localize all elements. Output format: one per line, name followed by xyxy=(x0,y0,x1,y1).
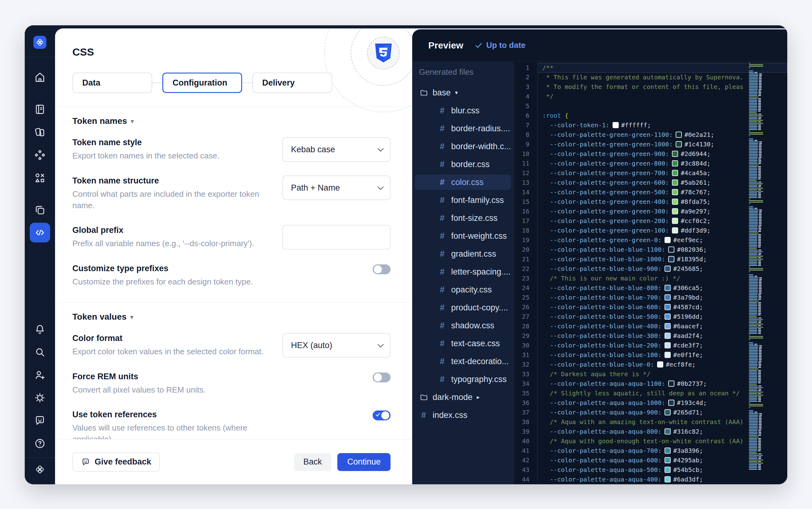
code-line: 13 --color-palette-green-green-600:#5ab2… xyxy=(514,178,787,188)
file-tree-item[interactable]: # product-copy.... xyxy=(415,300,511,315)
file-tree-item[interactable]: # opacity.css xyxy=(415,282,511,298)
color-chip xyxy=(672,227,678,234)
code-icon xyxy=(34,227,46,239)
file-tree-item[interactable]: # dark-mode ▸ xyxy=(415,389,511,405)
line-number: 37 xyxy=(514,408,537,417)
color-format-select[interactable]: HEX (auto) xyxy=(282,333,391,358)
file-tree-item[interactable]: # border-radius.... xyxy=(415,121,511,136)
file-tree-item[interactable]: # shadow.css xyxy=(415,318,511,333)
chevron-down-icon: ▾ xyxy=(131,118,134,125)
toggle-knob xyxy=(374,373,382,381)
minimap[interactable] xyxy=(748,63,773,484)
wizard-steps: Data Configuration Delivery xyxy=(72,73,391,93)
sidebar-item-notifications[interactable] xyxy=(32,322,48,336)
token-names-section-toggle[interactable]: Token names ▾ xyxy=(72,116,391,126)
sidebar-item-feedback[interactable] xyxy=(32,413,48,428)
setting-row-token-name-style: Token name style Export token names in t… xyxy=(72,137,391,162)
file-tree-item[interactable]: # border-width.c... xyxy=(415,139,511,154)
code-line: 36 --color-palette-aqua-aqua-1000:#193c4… xyxy=(514,398,787,408)
setting-desc: Convert all pixel values to REM units. xyxy=(72,384,270,396)
step-data[interactable]: Data xyxy=(72,73,152,93)
use-token-references-toggle[interactable] xyxy=(373,410,391,420)
code-editor[interactable]: 1 /** 2 * This file was generated automa… xyxy=(514,62,787,484)
up-to-date-status[interactable]: Up to date xyxy=(475,40,525,50)
file-tree-item[interactable]: # text-case.css xyxy=(415,336,511,351)
sidebar-item-documentation[interactable] xyxy=(32,102,48,116)
file-tree-item[interactable]: # blur.css xyxy=(415,103,511,118)
code-line: 26 --color-palette-blue-blue-600:#4587cd xyxy=(514,302,787,312)
color-chip xyxy=(672,208,678,214)
give-feedback-button[interactable]: Give feedback xyxy=(72,452,160,472)
check-icon xyxy=(376,413,380,417)
line-number: 29 xyxy=(514,331,537,341)
code-line: 14 --color-palette-green-green-500:#78c7… xyxy=(514,188,787,197)
code-line: 41 --color-palette-aqua-aqua-700:#3a8396 xyxy=(514,446,787,455)
back-button[interactable]: Back xyxy=(294,453,331,471)
setting-label: Token name structure xyxy=(72,175,270,186)
sidebar-item-invite-user[interactable] xyxy=(32,368,48,382)
line-number: 14 xyxy=(514,188,537,197)
line-number: 3 xyxy=(514,82,537,92)
continue-button[interactable]: Continue xyxy=(337,453,391,471)
code-line: 17 --color-palette-green-green-200:#ccf0… xyxy=(514,216,787,226)
file-name: border-radius.... xyxy=(451,124,510,133)
sidebar-item-code-exporter[interactable] xyxy=(30,223,50,242)
color-chip xyxy=(668,400,675,406)
toggle-knob xyxy=(381,411,389,419)
sidebar-item-home[interactable] xyxy=(32,70,48,84)
file-tree-item[interactable]: # font-size.css xyxy=(415,210,511,226)
sidebar-item-tokens[interactable] xyxy=(32,148,48,162)
code-line: 20 --color-palette-blue-blue-1100:#08203… xyxy=(514,245,787,254)
sidebar-item-themes[interactable] xyxy=(32,125,48,139)
global-prefix-input[interactable] xyxy=(282,225,391,249)
file-name: blur.css xyxy=(451,106,479,115)
chevron-down-icon xyxy=(378,341,384,347)
sidebar-item-help[interactable] xyxy=(32,436,48,451)
folder-icon xyxy=(419,89,428,97)
setting-desc: Control what parts are included in the e… xyxy=(72,189,270,211)
file-tree-item[interactable]: # color.css xyxy=(415,174,511,190)
token-name-style-select[interactable]: Kebab case xyxy=(282,137,391,162)
line-number: 31 xyxy=(514,350,537,360)
file-tree-item[interactable]: # font-family.css xyxy=(415,193,511,208)
file-name: dark-mode xyxy=(433,393,472,402)
code-line: 42 --color-palette-aqua-aqua-600:#4295ab xyxy=(514,455,787,465)
file-tree-item[interactable]: # typography.css xyxy=(415,372,511,387)
line-number: 2 xyxy=(514,73,537,82)
sidebar-item-settings[interactable] xyxy=(32,391,48,405)
help-icon xyxy=(34,437,46,450)
line-number: 38 xyxy=(514,417,537,427)
hash-icon: # xyxy=(438,231,447,241)
sidebar-item-components[interactable] xyxy=(32,171,48,185)
file-name: font-family.css xyxy=(451,196,504,205)
app-window: CSS Data Configuration Delivery Token na… xyxy=(25,25,787,484)
supernova-footer-logo[interactable] xyxy=(34,464,45,476)
color-chip xyxy=(672,179,678,185)
file-tree-item[interactable]: # gradient.css xyxy=(415,246,511,262)
file-tree-item[interactable]: # base ▾ xyxy=(415,85,511,100)
force-rem-units-toggle[interactable] xyxy=(373,372,391,382)
file-tree-item[interactable]: # border.css xyxy=(415,157,511,172)
sidebar-item-search[interactable] xyxy=(32,345,48,359)
customize-type-prefixes-toggle[interactable] xyxy=(373,264,391,274)
token-values-section-toggle[interactable]: Token values ▾ xyxy=(72,312,391,322)
file-tree-item[interactable]: # index.css xyxy=(415,407,511,423)
supernova-logo-badge[interactable] xyxy=(33,36,46,49)
step-delivery[interactable]: Delivery xyxy=(252,73,332,93)
versions-copy-icon xyxy=(34,204,46,216)
line-number: 40 xyxy=(514,436,537,446)
color-chip xyxy=(664,457,671,463)
file-tree-item[interactable]: # letter-spacing.... xyxy=(415,264,511,279)
step-configuration[interactable]: Configuration xyxy=(162,73,242,93)
file-tree-item[interactable]: # text-decoratio... xyxy=(415,354,511,369)
line-number: 12 xyxy=(514,168,537,178)
setting-row-token-name-structure: Token name structure Control what parts … xyxy=(72,175,391,211)
bell-icon xyxy=(34,323,46,335)
code-line: 40 /* Aqua with good-enough text-on-whit… xyxy=(514,436,787,446)
file-name: text-case.css xyxy=(451,339,500,348)
hash-icon: # xyxy=(438,124,447,133)
sidebar-item-versions[interactable] xyxy=(32,203,48,217)
folder-icon xyxy=(419,393,428,402)
file-tree-item[interactable]: # font-weight.css xyxy=(415,228,511,244)
token-name-structure-select[interactable]: Path + Name xyxy=(282,175,391,200)
